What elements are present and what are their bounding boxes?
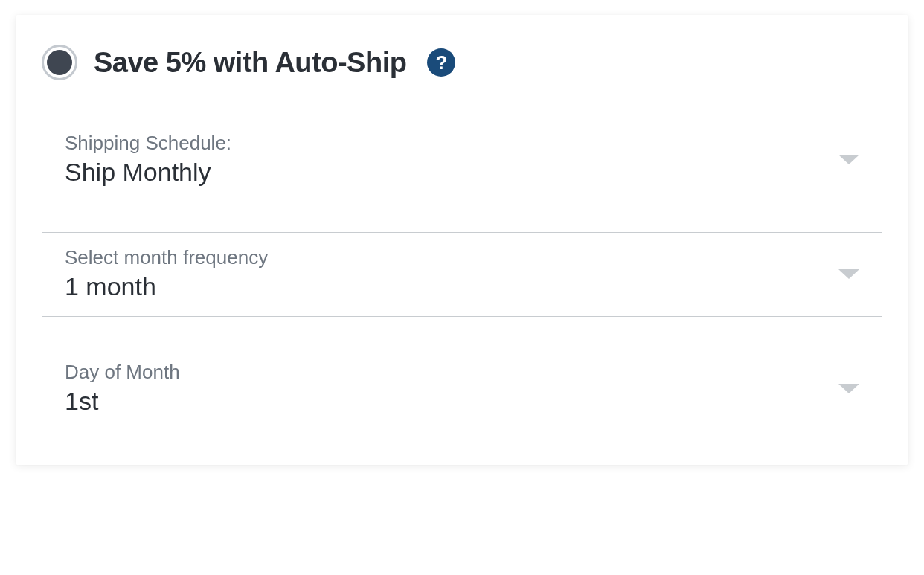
day-of-month-label: Day of Month: [65, 361, 180, 384]
day-of-month-dropdown[interactable]: Day of Month 1st: [42, 347, 882, 431]
day-of-month-value: 1st: [65, 387, 180, 416]
help-icon[interactable]: ?: [427, 48, 455, 77]
month-frequency-content: Select month frequency 1 month: [65, 246, 268, 301]
header-row: Save 5% with Auto-Ship ?: [42, 45, 882, 80]
auto-ship-radio[interactable]: [42, 45, 77, 80]
radio-selected-fill: [47, 50, 72, 75]
auto-ship-title: Save 5% with Auto-Ship: [94, 47, 406, 79]
chevron-down-icon: [838, 269, 859, 279]
shipping-schedule-content: Shipping Schedule: Ship Monthly: [65, 132, 231, 187]
day-of-month-content: Day of Month 1st: [65, 361, 180, 416]
chevron-down-icon: [838, 155, 859, 164]
month-frequency-dropdown[interactable]: Select month frequency 1 month: [42, 232, 882, 317]
shipping-schedule-dropdown[interactable]: Shipping Schedule: Ship Monthly: [42, 118, 882, 202]
shipping-schedule-value: Ship Monthly: [65, 158, 231, 187]
month-frequency-label: Select month frequency: [65, 246, 268, 269]
auto-ship-card: Save 5% with Auto-Ship ? Shipping Schedu…: [16, 15, 908, 465]
chevron-down-icon: [838, 384, 859, 393]
month-frequency-value: 1 month: [65, 272, 268, 301]
shipping-schedule-label: Shipping Schedule:: [65, 132, 231, 155]
